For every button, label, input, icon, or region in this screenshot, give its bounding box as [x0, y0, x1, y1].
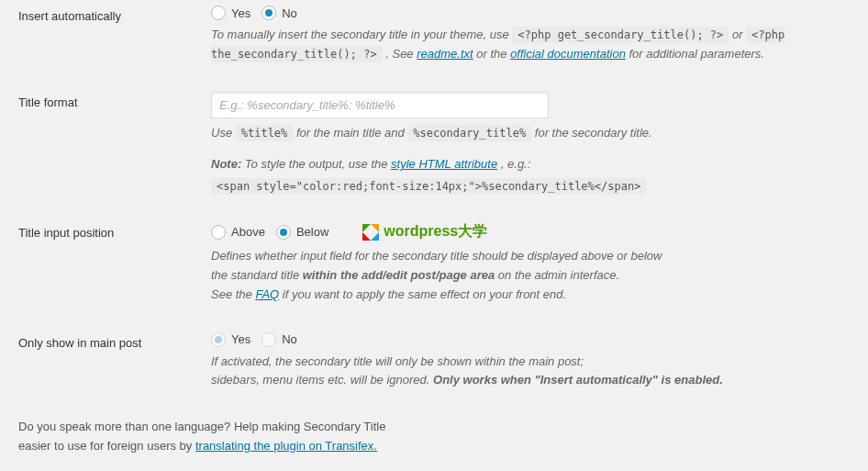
title-format-input[interactable] — [211, 92, 549, 118]
code-snippet: %secondary_title% — [407, 125, 531, 141]
format-description: Use %title% for the main title and %seco… — [211, 124, 840, 143]
watermark: wordpress大学 — [362, 222, 487, 241]
svg-marker-0 — [362, 224, 371, 232]
radio-label: Above — [231, 225, 265, 239]
code-snippet: <?php get_secondary_title(); ?> — [512, 27, 729, 43]
svg-marker-3 — [371, 232, 379, 241]
position-description: Defines whether input field for the seco… — [211, 247, 840, 304]
code-snippet: %title% — [236, 125, 294, 141]
radio-label: No — [282, 332, 297, 346]
transifex-link[interactable]: translating the plugin on Transifex. — [195, 439, 377, 453]
radio-icon — [211, 225, 226, 240]
format-note: Note: To style the output, use the style… — [211, 155, 840, 174]
insert-radio-group: Yes No — [211, 6, 840, 20]
insert-yes-option[interactable]: Yes — [211, 6, 250, 20]
svg-marker-1 — [371, 224, 379, 232]
docs-link[interactable]: official documentation — [510, 47, 626, 61]
watermark-icon — [362, 223, 380, 241]
radio-label: Yes — [231, 332, 250, 346]
readme-link[interactable]: readme.txt — [417, 47, 473, 61]
insert-description: To manually insert the secondary title i… — [211, 26, 840, 64]
row-label-position: Title input position — [18, 219, 211, 328]
radio-icon — [262, 332, 276, 347]
radio-icon — [262, 6, 276, 20]
mainpost-no-option[interactable]: No — [262, 332, 297, 347]
code-snippet: <span style="color:red;font-size:14px;">… — [211, 178, 646, 195]
radio-label: Yes — [231, 6, 250, 20]
radio-icon — [211, 332, 226, 347]
radio-icon — [276, 225, 291, 240]
position-radio-group: Above Below — [211, 222, 840, 241]
position-above-option[interactable]: Above — [211, 225, 265, 240]
mainpost-radio-group: Yes No — [211, 332, 840, 347]
row-label-insert: Insert automatically — [18, 2, 211, 88]
position-below-option[interactable]: Below — [276, 225, 328, 240]
footer-text: Do you speak more than one language? Hel… — [18, 414, 850, 456]
insert-no-option[interactable]: No — [262, 6, 297, 20]
faq-link[interactable]: FAQ — [255, 287, 279, 301]
mainpost-yes-option[interactable]: Yes — [211, 332, 250, 347]
mainpost-description: If activated, the secondary title will o… — [211, 353, 840, 391]
row-label-format: Title format — [18, 88, 211, 219]
row-label-mainpost: Only show in main post — [18, 329, 211, 415]
style-attr-link[interactable]: style HTML attribute — [391, 157, 497, 171]
radio-label: No — [282, 6, 297, 20]
svg-marker-2 — [362, 232, 371, 241]
radio-label: Below — [296, 225, 328, 239]
radio-icon — [211, 6, 226, 20]
